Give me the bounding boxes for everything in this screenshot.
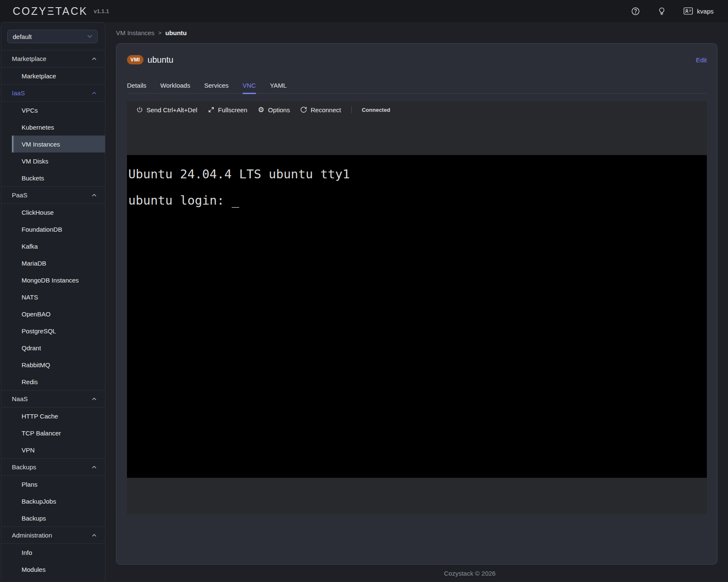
chevron-up-icon bbox=[92, 194, 97, 197]
sidebar-item-redis[interactable]: Redis bbox=[12, 373, 105, 390]
chevron-up-icon bbox=[92, 57, 97, 60]
send-ctrl-alt-del-button[interactable]: Send Ctrl+Alt+Del bbox=[136, 106, 197, 114]
item-label: Qdrant bbox=[22, 344, 41, 352]
item-label: Kafka bbox=[22, 243, 38, 250]
tab-label: Services bbox=[204, 82, 229, 89]
sidebar-item-vpn[interactable]: VPN bbox=[12, 441, 105, 458]
button-label: Fullscreen bbox=[218, 106, 247, 114]
options-button[interactable]: ⚙ Options bbox=[257, 106, 290, 114]
sidebar-item-backups[interactable]: Backups bbox=[12, 510, 105, 527]
tab-details[interactable]: Details bbox=[127, 78, 146, 93]
sidebar-item-kubernetes[interactable]: Kubernetes bbox=[12, 119, 105, 136]
section-backups[interactable]: Backups bbox=[1, 458, 105, 476]
section-label: Administration bbox=[12, 532, 52, 539]
help-icon[interactable] bbox=[631, 6, 640, 16]
item-label: MariaDB bbox=[22, 260, 46, 267]
sidebar-item-info[interactable]: Info bbox=[12, 544, 105, 561]
topbar: COZYΞTACK v1.1.1 bbox=[0, 0, 728, 22]
item-label: RabbitMQ bbox=[22, 361, 50, 369]
theme-lightbulb-icon[interactable] bbox=[657, 6, 667, 16]
sidebar-item-postgresql[interactable]: PostgreSQL bbox=[12, 322, 105, 339]
tab-services[interactable]: Services bbox=[204, 78, 229, 93]
sidebar-item-tcp-balancer[interactable]: TCP Balancer bbox=[12, 424, 105, 441]
section-naas[interactable]: NaaS bbox=[1, 390, 105, 407]
item-label: PostgreSQL bbox=[22, 327, 56, 335]
sidebar-item-marketplace[interactable]: Marketplace bbox=[12, 67, 105, 84]
sidebar-item-backupjobs[interactable]: BackupJobs bbox=[12, 493, 105, 510]
item-label: NATS bbox=[22, 294, 38, 301]
power-icon bbox=[136, 106, 143, 114]
breadcrumb-vm-instances[interactable]: VM Instances bbox=[116, 29, 154, 36]
namespace-select[interactable]: default bbox=[7, 30, 98, 43]
username: kvaps bbox=[697, 8, 714, 15]
namespace-select-value: default bbox=[13, 33, 32, 40]
section-iaas[interactable]: IaaS bbox=[1, 84, 105, 102]
sidebar-item-openbao[interactable]: OpenBAO bbox=[12, 305, 105, 322]
reconnect-icon bbox=[300, 106, 307, 114]
section-marketplace[interactable]: Marketplace bbox=[1, 50, 105, 67]
chevron-up-icon bbox=[92, 534, 97, 537]
sidebar-item-qdrant[interactable]: Qdrant bbox=[12, 339, 105, 356]
sidebar-panel: default Marketplace Marketplace IaaS VPC… bbox=[1, 22, 105, 582]
item-label: HTTP Cache bbox=[22, 413, 58, 420]
vm-console-screen[interactable]: Ubuntu 24.04.4 LTS ubuntu tty1 ubuntu lo… bbox=[127, 155, 707, 478]
item-label: BackupJobs bbox=[22, 498, 56, 505]
footer: Cozystack © 2026 bbox=[105, 565, 728, 582]
sidebar-item-mongodb-instances[interactable]: MongoDB Instances bbox=[12, 272, 105, 288]
item-label: Buckets bbox=[22, 175, 44, 182]
sidebar-item-vm-instances[interactable]: VM Instances bbox=[12, 136, 105, 152]
sidebar: default Marketplace Marketplace IaaS VPC… bbox=[0, 22, 105, 582]
sidebar-item-nats[interactable]: NATS bbox=[12, 288, 105, 305]
item-label: Marketplace bbox=[22, 72, 56, 80]
edit-button[interactable]: Edit bbox=[696, 56, 707, 64]
vnc-toolbar: Send Ctrl+Alt+Del Fullscreen ⚙ bbox=[127, 101, 707, 118]
vnc-panel: Send Ctrl+Alt+Del Fullscreen ⚙ bbox=[127, 101, 707, 514]
section-label: Marketplace bbox=[12, 55, 47, 62]
tab-vnc[interactable]: VNC bbox=[243, 78, 256, 93]
section-paas[interactable]: PaaS bbox=[1, 186, 105, 204]
section-label: IaaS bbox=[12, 89, 25, 97]
sidebar-item-buckets[interactable]: Buckets bbox=[12, 169, 105, 186]
sidebar-item-vpcs[interactable]: VPCs bbox=[12, 102, 105, 119]
tab-yaml[interactable]: YAML bbox=[270, 78, 287, 93]
item-label: TCP Balancer bbox=[22, 430, 61, 437]
item-label: VM Instances bbox=[22, 141, 60, 148]
tab-bar: Details Workloads Services VNC YAML bbox=[127, 78, 707, 94]
item-label: Backups bbox=[22, 515, 46, 522]
fullscreen-button[interactable]: Fullscreen bbox=[207, 106, 247, 114]
section-administration[interactable]: Administration bbox=[1, 527, 105, 544]
card-header: VMI ubuntu Edit bbox=[127, 55, 707, 65]
sidebar-item-mariadb[interactable]: MariaDB bbox=[12, 255, 105, 272]
item-label: Modules bbox=[22, 566, 46, 573]
tab-workloads[interactable]: Workloads bbox=[160, 78, 190, 93]
sidebar-item-clickhouse[interactable]: ClickHouse bbox=[12, 204, 105, 221]
sidebar-item-vm-disks[interactable]: VM Disks bbox=[12, 152, 105, 169]
item-label: VPCs bbox=[22, 107, 38, 114]
item-label: VM Disks bbox=[22, 158, 48, 165]
app-logo: COZYΞTACK bbox=[13, 5, 88, 17]
chevron-down-icon bbox=[87, 35, 92, 38]
item-label: Redis bbox=[22, 378, 38, 385]
connection-status: Connected bbox=[362, 107, 390, 113]
section-label: NaaS bbox=[12, 395, 28, 402]
sidebar-item-http-cache[interactable]: HTTP Cache bbox=[12, 407, 105, 424]
item-label: MongoDB Instances bbox=[22, 277, 79, 284]
sidebar-item-modules[interactable]: Modules bbox=[12, 561, 105, 578]
page-title: ubuntu bbox=[148, 55, 174, 65]
user-menu[interactable]: kvaps bbox=[684, 6, 714, 16]
item-label: Info bbox=[22, 549, 32, 556]
reconnect-button[interactable]: Reconnect bbox=[300, 106, 341, 114]
app-version: v1.1.1 bbox=[94, 8, 109, 14]
item-label: FoundationDB bbox=[22, 226, 62, 233]
item-label: VPN bbox=[22, 446, 35, 454]
copyright-text: Cozystack © 2026 bbox=[444, 570, 496, 577]
breadcrumb-current: ubuntu bbox=[165, 29, 187, 36]
sidebar-item-plans[interactable]: Plans bbox=[12, 476, 105, 493]
sidebar-item-rabbitmq[interactable]: RabbitMQ bbox=[12, 356, 105, 373]
terminal-line: ubuntu login: _ bbox=[128, 194, 707, 207]
sidebar-item-foundationdb[interactable]: FoundationDB bbox=[12, 221, 105, 238]
toolbar-divider bbox=[351, 106, 352, 113]
vmi-badge: VMI bbox=[127, 55, 143, 64]
chevron-up-icon bbox=[92, 91, 97, 94]
sidebar-item-kafka[interactable]: Kafka bbox=[12, 238, 105, 255]
